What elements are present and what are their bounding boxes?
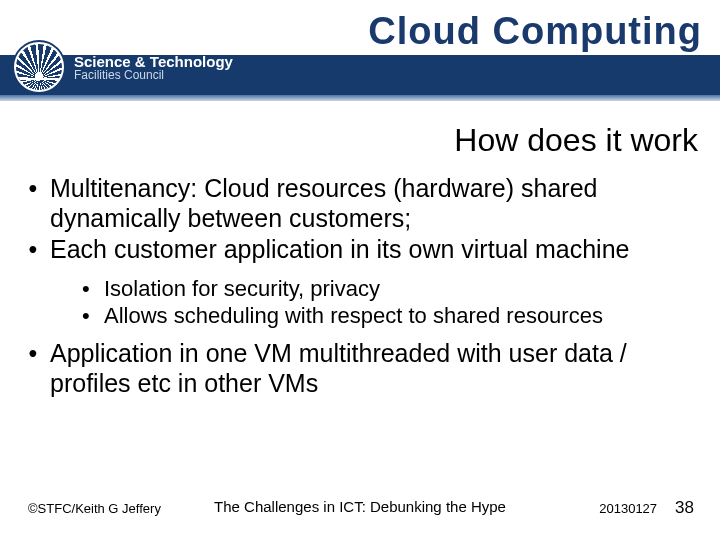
slide-subtitle: How does it work <box>454 122 698 159</box>
bullet-text: Multitenancy: Cloud resources (hardware)… <box>50 174 698 233</box>
org-name-line1: Science & Technology <box>74 53 233 70</box>
slide-body: • Multitenancy: Cloud resources (hardwar… <box>28 174 698 398</box>
org-name-line2: Facilities Council <box>74 68 233 82</box>
slide: Cloud Computing Science & Technology Fac… <box>0 0 720 540</box>
bullet-icon: • <box>82 275 94 303</box>
sub-bullet-group: • Isolation for security, privacy • Allo… <box>82 275 698 330</box>
dash-icon: • <box>28 235 38 265</box>
bullet-level1: • Application in one VM multithreaded wi… <box>28 338 698 398</box>
slide-title: Cloud Computing <box>368 10 702 53</box>
header: Cloud Computing Science & Technology Fac… <box>0 0 720 105</box>
bullet-level1: • Each customer application in its own v… <box>28 235 698 265</box>
bullet-icon: • <box>28 338 38 398</box>
sunrise-icon <box>14 42 64 92</box>
bullet-text: Application in one VM multithreaded with… <box>50 338 698 398</box>
org-logo: Science & Technology Facilities Council <box>14 42 233 92</box>
slide-number: 38 <box>675 498 694 518</box>
dash-icon: • <box>28 174 38 233</box>
footer: ©STFC/Keith G Jeffery The Challenges in … <box>0 498 720 518</box>
org-name: Science & Technology Facilities Council <box>74 53 233 82</box>
bullet-level1: • Multitenancy: Cloud resources (hardwar… <box>28 174 698 233</box>
bullet-text: Isolation for security, privacy <box>104 275 380 303</box>
footer-date: 20130127 <box>599 501 657 516</box>
bullet-text: Allows scheduling with respect to shared… <box>104 302 603 330</box>
bullet-text: Each customer application in its own vir… <box>50 235 629 265</box>
bullet-icon: • <box>82 302 94 330</box>
bullet-level2: • Allows scheduling with respect to shar… <box>82 302 698 330</box>
bullet-level2: • Isolation for security, privacy <box>82 275 698 303</box>
